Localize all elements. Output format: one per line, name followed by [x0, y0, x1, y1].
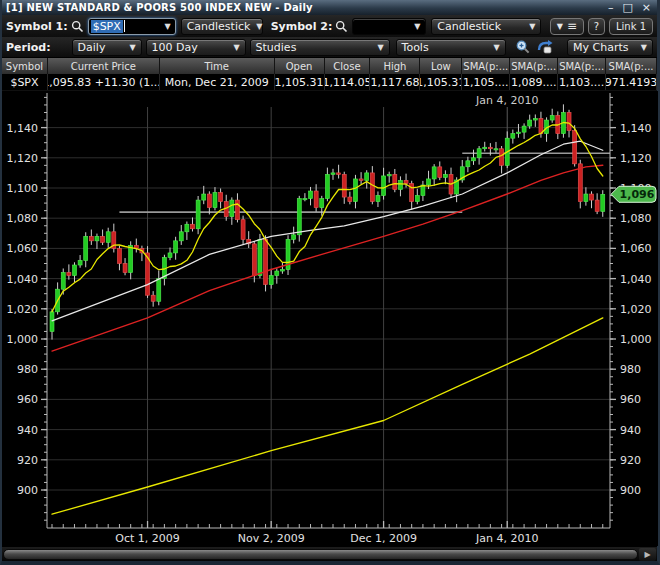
col-time[interactable]: Time — [160, 58, 275, 74]
svg-text:920: 920 — [17, 454, 38, 467]
chevron-down-icon: ▼ — [256, 22, 262, 31]
svg-text:1,040: 1,040 — [620, 273, 652, 286]
time-value: Mon, Dec 21, 2009 — [160, 74, 275, 90]
title-bar: [1] NEW STANDARD & POORS 500 INDEX NEW -… — [2, 0, 657, 15]
chevron-down-icon: ▼ — [641, 43, 647, 52]
col-high[interactable]: High — [370, 58, 420, 74]
low-value: 1,105.31 — [420, 74, 462, 90]
sma4-value: 971.4193 — [606, 74, 657, 90]
scroll-right-arrow-icon[interactable]: ▶ — [639, 548, 656, 561]
search-icon[interactable] — [71, 20, 84, 33]
svg-text:1,000: 1,000 — [620, 333, 652, 346]
col-sma1[interactable]: SMA(p:... — [462, 58, 510, 74]
axes-layer: 9009009209209409409609609809801,0001,000… — [7, 93, 652, 545]
chart-window: [1] NEW STANDARD & POORS 500 INDEX NEW -… — [0, 0, 660, 565]
quote-table-row: $SPX 1,095.83 +11.30 (1.... Mon, Dec 21,… — [2, 74, 657, 91]
minimize-icon[interactable]: – — [608, 3, 614, 13]
col-current-price[interactable]: Current Price — [48, 58, 160, 74]
chevron-down-icon[interactable]: ▼ — [162, 22, 172, 31]
svg-text:1,120: 1,120 — [7, 152, 39, 165]
zoom-in-icon[interactable] — [514, 39, 533, 56]
chart-type2-dropdown[interactable]: Candlestick ▼ — [431, 18, 541, 35]
sma-fast-line — [52, 123, 603, 312]
symbol2-label: Symbol 2: — [271, 20, 333, 33]
svg-text:940: 940 — [17, 424, 38, 437]
window-title: [1] NEW STANDARD & POORS 500 INDEX NEW -… — [6, 2, 313, 13]
symbol1-input[interactable]: $SPX ▼ — [88, 18, 176, 35]
chart-type1-dropdown[interactable]: Candlestick ▼ — [181, 18, 263, 35]
price-chart[interactable]: 9009009209209409409609609809801,0001,000… — [2, 91, 658, 546]
svg-text:960: 960 — [17, 393, 38, 406]
col-sma2[interactable]: SMA(p:... — [510, 58, 558, 74]
period-dropdown[interactable]: Daily ▼ — [72, 39, 142, 56]
search-icon[interactable] — [335, 20, 348, 33]
svg-text:980: 980 — [17, 363, 38, 376]
svg-text:Nov 2, 2009: Nov 2, 2009 — [238, 532, 305, 545]
scrollbar-thumb[interactable] — [3, 549, 638, 560]
horizontal-scrollbar: ▶ — [2, 546, 657, 561]
sma1-value: 1,105.... — [462, 74, 510, 90]
svg-text:1,060: 1,060 — [7, 242, 39, 255]
chart-menu-button[interactable]: ▼ ≡ — [550, 18, 584, 35]
svg-text:980: 980 — [620, 363, 641, 376]
col-symbol[interactable]: Symbol — [2, 58, 48, 74]
tools-dropdown[interactable]: Tools ▼ — [396, 39, 506, 56]
symbol-value: $SPX — [2, 74, 48, 90]
col-open[interactable]: Open — [275, 58, 325, 74]
candles-layer — [50, 104, 605, 339]
svg-text:1,100: 1,100 — [7, 182, 39, 195]
svg-text:1,060: 1,060 — [620, 242, 652, 255]
sma-200-line — [52, 318, 603, 514]
svg-text:1,020: 1,020 — [620, 303, 652, 316]
svg-text:Dec 1, 2009: Dec 1, 2009 — [350, 532, 417, 545]
svg-text:940: 940 — [620, 424, 641, 437]
high-value: 1,117.68 — [370, 74, 420, 90]
my-charts-dropdown[interactable]: My Charts ▼ — [567, 39, 653, 56]
svg-text:900: 900 — [620, 484, 641, 497]
period-label: Period: — [6, 41, 51, 54]
col-close[interactable]: Close — [325, 58, 371, 74]
date-annotation: Jan 4, 2010 — [475, 94, 538, 107]
svg-text:1,140: 1,140 — [7, 122, 39, 135]
svg-text:1,040: 1,040 — [7, 273, 39, 286]
help-button[interactable]: ? — [588, 18, 605, 35]
close-value: 1,114.05 — [325, 74, 371, 90]
svg-text:Jan 4, 2010: Jan 4, 2010 — [475, 94, 538, 107]
chevron-down-icon: ▼ — [377, 43, 383, 52]
col-sma3[interactable]: SMA(p:... — [558, 58, 606, 74]
col-sma4[interactable]: SMA(p:... — [606, 58, 657, 74]
svg-text:1,020: 1,020 — [7, 303, 39, 316]
svg-text:920: 920 — [620, 454, 641, 467]
link-button[interactable]: Link 1 — [609, 18, 653, 35]
svg-text:1,000: 1,000 — [7, 333, 39, 346]
current-price-value: 1,095.83 +11.30 (1.... — [48, 74, 160, 90]
grid-layer — [47, 107, 610, 528]
svg-text:900: 900 — [17, 484, 38, 497]
sma2-value: 1,089.... — [510, 74, 558, 90]
sma3-value: 1,103.... — [558, 74, 606, 90]
chevron-down-icon: ▼ — [557, 22, 563, 31]
close-icon[interactable]: × — [642, 3, 651, 13]
range-dropdown[interactable]: 100 Day ▼ — [146, 39, 246, 56]
symbol2-input[interactable]: ▼ — [352, 18, 426, 35]
hamburger-icon: ≡ — [567, 21, 577, 31]
col-low[interactable]: Low — [420, 58, 462, 74]
last-price-tag: 1,096 — [611, 186, 656, 202]
text-caret — [124, 20, 125, 32]
toolbar-row-2: Period: Daily ▼ 100 Day ▼ Studies ▼ Tool… — [2, 37, 657, 58]
chevron-down-icon: ▼ — [129, 43, 135, 52]
svg-text:1,080: 1,080 — [7, 212, 39, 225]
chevron-down-icon: ▼ — [493, 43, 499, 52]
undo-zoom-icon[interactable] — [536, 39, 555, 56]
studies-dropdown[interactable]: Studies ▼ — [250, 39, 390, 56]
svg-text:1,080: 1,080 — [620, 212, 652, 225]
chevron-down-icon: ▼ — [414, 22, 420, 31]
svg-text:960: 960 — [620, 393, 641, 406]
svg-text:1,140: 1,140 — [620, 122, 652, 135]
maximize-icon[interactable]: □ — [622, 3, 632, 13]
svg-text:1,096: 1,096 — [620, 188, 655, 201]
svg-text:1,120: 1,120 — [620, 152, 652, 165]
svg-text:Oct 1, 2009: Oct 1, 2009 — [115, 532, 180, 545]
chevron-down-icon: ▼ — [529, 22, 535, 31]
symbol1-label: Symbol 1: — [6, 20, 68, 33]
